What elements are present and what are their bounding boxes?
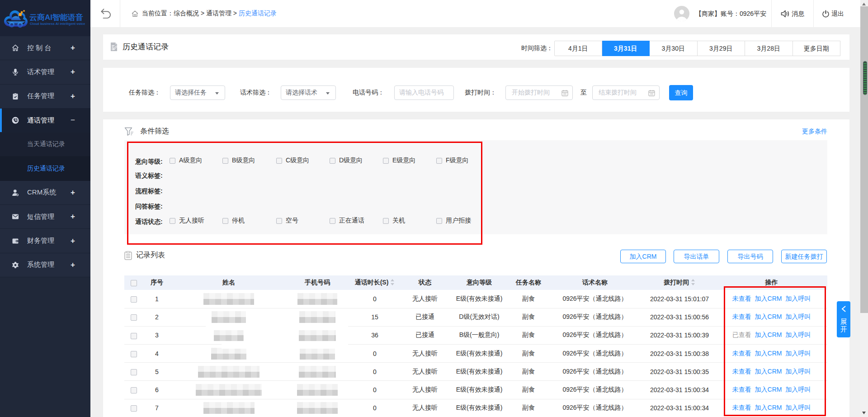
svg-text:Cloud business AI intelligent: Cloud business AI intelligent voice bbox=[30, 22, 85, 26]
svg-text:云商AI智能语音: 云商AI智能语音 bbox=[29, 13, 83, 22]
